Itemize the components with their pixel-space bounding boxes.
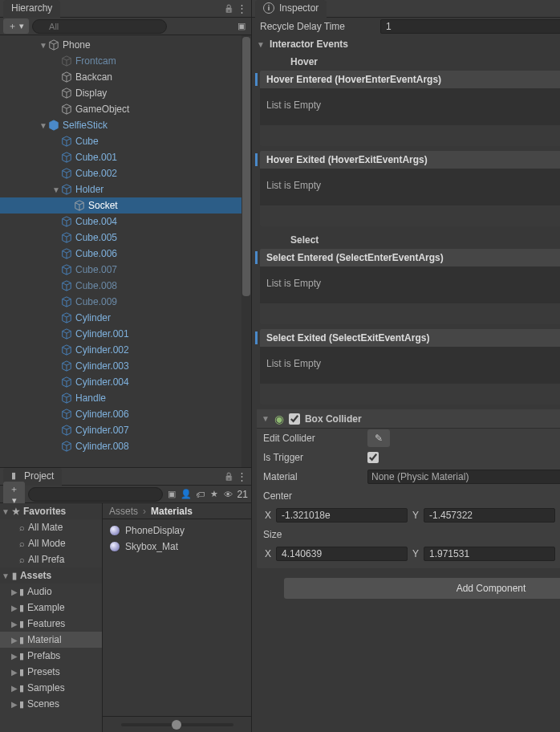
folder-item[interactable]: ▶▮Scenes	[0, 696, 102, 712]
folder-item[interactable]: ▶▮Samples	[0, 680, 102, 696]
scene-picker-icon[interactable]: ▣	[235, 20, 248, 33]
hierarchy-search-input[interactable]	[32, 19, 167, 34]
breadcrumb-item[interactable]: Materials	[151, 506, 193, 517]
gameobject-icon	[61, 441, 72, 452]
is-trigger-checkbox[interactable]	[367, 452, 379, 463]
hierarchy-item[interactable]: Cylinder.007	[0, 422, 251, 438]
hierarchy-item[interactable]: ▼Holder	[0, 181, 251, 197]
project-search-input[interactable]	[28, 487, 163, 502]
asset-item[interactable]: PhoneDisplay	[109, 523, 245, 539]
interactor-events-foldout[interactable]: ▼ Interactor Events	[252, 35, 560, 53]
hierarchy-item[interactable]: Cube	[0, 133, 251, 149]
hierarchy-item-label: Cylinder.006	[75, 409, 129, 420]
hierarchy-item[interactable]: Handle	[0, 390, 251, 406]
hierarchy-item[interactable]: Cylinder.001	[0, 326, 251, 342]
hierarchy-item-label: GameObject	[75, 104, 129, 115]
material-field[interactable]: None (Physic Material) ⊙	[367, 470, 560, 484]
edit-collider-label: Edit Collider	[263, 433, 367, 444]
hierarchy-item[interactable]: Frontcam	[0, 53, 251, 69]
material-icon	[109, 525, 120, 536]
component-enabled-checkbox[interactable]	[289, 413, 300, 425]
folder-icon: ▮	[11, 470, 16, 481]
create-dropdown[interactable]: ＋ ▾	[3, 18, 29, 34]
context-menu-icon[interactable]	[235, 470, 248, 483]
hierarchy-item[interactable]: Cylinder.003	[0, 358, 251, 374]
folder-item[interactable]: ▶▮Presets	[0, 664, 102, 680]
hierarchy-item[interactable]: Cube.008	[0, 278, 251, 294]
event-block-select_exited: Select Exited (SelectExitEventArgs)List …	[260, 329, 560, 405]
folder-item[interactable]: ▶▮Features	[0, 616, 102, 632]
assets-header[interactable]: ▼▮Assets	[0, 567, 102, 584]
hierarchy-item[interactable]: ▼SelfieStick›	[0, 117, 251, 133]
hierarchy-item[interactable]: Backcan	[0, 69, 251, 85]
hierarchy-item-label: Handle	[75, 392, 106, 404]
gameobject-icon	[61, 71, 72, 83]
hidden-icon[interactable]: 👁	[223, 487, 234, 502]
context-menu-icon[interactable]	[235, 2, 248, 15]
favorite-item[interactable]: ⌕All Prefa	[0, 551, 102, 567]
icon-size-slider[interactable]	[121, 723, 233, 726]
component-header[interactable]: ▼ ◉ Box Collider ? ⇆	[257, 409, 560, 429]
gameobject-icon	[61, 344, 72, 356]
add-component-button[interactable]: Add Component	[284, 578, 560, 599]
breadcrumb-separator: ›	[143, 506, 146, 517]
expand-arrow-icon[interactable]: ▼	[39, 121, 48, 130]
center-y-input[interactable]	[424, 508, 555, 523]
asset-item[interactable]: Skybox_Mat	[109, 539, 245, 555]
breadcrumb-item[interactable]: Assets	[109, 506, 138, 517]
hierarchy-item-label: Cylinder	[75, 312, 111, 323]
hierarchy-item[interactable]: Cylinder.008	[0, 438, 251, 454]
event-empty-text: List is Empty	[260, 347, 560, 384]
box-collider-component: ▼ ◉ Box Collider ? ⇆ Edit Collider ✎ Is …	[257, 409, 560, 568]
hierarchy-item-label: Holder	[75, 184, 103, 195]
hierarchy-item[interactable]: Cylinder.006	[0, 406, 251, 422]
hierarchy-item[interactable]: Cube.005	[0, 230, 251, 246]
folder-item[interactable]: ▶▮Material	[0, 632, 102, 648]
hierarchy-tab[interactable]: Hierarchy	[3, 0, 60, 18]
favorite-item[interactable]: ⌕All Mode	[0, 535, 102, 551]
favorite-item[interactable]: ⌕All Mate	[0, 519, 102, 535]
label-icon[interactable]: 🏷	[195, 487, 206, 502]
event-empty-text: List is Empty	[260, 88, 560, 125]
size-y-input[interactable]	[424, 547, 555, 561]
chevron-down-icon: ▼	[257, 40, 265, 49]
gameobject-icon	[61, 168, 72, 179]
favorites-header[interactable]: ▼★Favorites	[0, 503, 102, 519]
folder-item[interactable]: ▶▮Audio	[0, 584, 102, 600]
edit-collider-button[interactable]: ✎	[367, 429, 390, 447]
event-empty-text: List is Empty	[260, 169, 560, 205]
size-x-input[interactable]	[276, 547, 408, 561]
prefab-icon	[48, 120, 59, 131]
hierarchy-item[interactable]: Cylinder.002	[0, 342, 251, 358]
folder-item[interactable]: ▶▮Example	[0, 600, 102, 616]
hierarchy-item[interactable]: Cube.007	[0, 262, 251, 278]
hierarchy-item-label: Cylinder.003	[75, 360, 129, 372]
hierarchy-scrollbar[interactable]	[241, 35, 251, 467]
hierarchy-item[interactable]: Cube.002	[0, 165, 251, 181]
expand-arrow-icon[interactable]: ▼	[39, 41, 48, 50]
hierarchy-item[interactable]: GameObject	[0, 101, 251, 117]
expand-arrow-icon[interactable]: ▼	[51, 185, 61, 194]
inspector-tab[interactable]: i Inspector	[255, 0, 327, 18]
hierarchy-item[interactable]: Cylinder	[0, 310, 251, 326]
gameobject-icon	[61, 296, 72, 307]
is-trigger-label: Is Trigger	[263, 452, 367, 463]
hierarchy-item[interactable]: Cube.004	[0, 214, 251, 230]
hierarchy-item[interactable]: Cube.006	[0, 246, 251, 262]
size-label: Size	[263, 529, 367, 540]
hierarchy-item[interactable]: ▼Phone	[0, 37, 251, 53]
center-x-input[interactable]	[276, 508, 408, 523]
folder-item[interactable]: ▶▮Prefabs	[0, 648, 102, 664]
favorite-icon[interactable]: ★	[209, 487, 220, 502]
hierarchy-item[interactable]: Cube.001	[0, 149, 251, 165]
hierarchy-item[interactable]: Socket	[0, 197, 251, 214]
hierarchy-item[interactable]: Cube.009	[0, 294, 251, 310]
search-by-label-icon[interactable]: 👤	[181, 487, 192, 502]
hierarchy-item[interactable]: Display	[0, 85, 251, 101]
box-collider-icon: ◉	[274, 413, 284, 425]
search-by-type-icon[interactable]: ▣	[166, 487, 177, 502]
lock-icon[interactable]	[222, 2, 235, 15]
recycle-delay-input[interactable]	[380, 19, 560, 34]
lock-icon[interactable]	[222, 470, 235, 483]
hierarchy-item[interactable]: Cylinder.004	[0, 374, 251, 390]
